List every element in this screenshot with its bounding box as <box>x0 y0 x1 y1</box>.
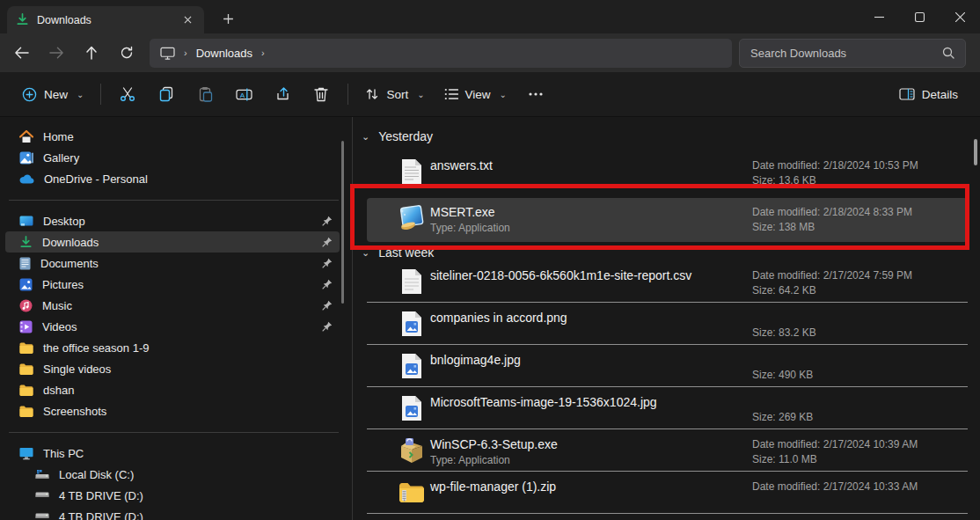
home-icon <box>19 130 33 143</box>
address-bar[interactable]: › Downloads › <box>150 39 732 68</box>
search-input[interactable]: Search Downloads <box>739 39 966 68</box>
file-date-modified: Date modified: 2/17/2024 7:59 PM <box>752 269 912 282</box>
tab-close-icon[interactable] <box>179 12 195 28</box>
sidebar-item-onedrive[interactable]: OneDrive - Personal <box>5 168 340 189</box>
sidebar-item-local-disk-c[interactable]: Local Disk (C:) <box>5 464 340 485</box>
sidebar-item-videos[interactable]: Videos <box>5 316 340 337</box>
close-button[interactable] <box>940 0 980 33</box>
file-name: siteliner-0218-0056-6k560k1m1e-site-repo… <box>430 268 691 282</box>
view-list-icon <box>444 88 458 100</box>
videos-icon <box>19 320 33 333</box>
chevron-down-icon: ⌄ <box>500 90 507 99</box>
window-titlebar: Downloads <box>0 0 980 33</box>
downloads-icon <box>19 236 33 249</box>
file-row-bnlogimag-jpg[interactable]: bnlogimag4e.jpg Size: 490 KB <box>353 345 980 387</box>
new-button[interactable]: New ⌄ <box>12 78 93 110</box>
sidebar-item-folder-office[interactable]: the office season 1-9 <box>5 337 340 358</box>
onedrive-cloud-icon <box>19 174 34 184</box>
file-size: Size: 13.6 KB <box>752 174 816 187</box>
sidebar-divider <box>0 189 352 210</box>
image-file-icon <box>399 307 425 341</box>
file-row-answers-txt[interactable]: answers.txt Date modified: 2/18/2024 10:… <box>353 150 980 196</box>
sidebar-item-documents[interactable]: Documents <box>5 253 340 274</box>
sidebar-item-drive-d1[interactable]: 4 TB DRIVE (D:) <box>5 485 340 506</box>
file-row-msert-exe[interactable]: MSERT.exe Type: Application Date modifie… <box>353 197 980 243</box>
drive-icon <box>35 492 49 499</box>
file-name: MicrosoftTeams-image-19-1536x1024.jpg <box>430 395 657 409</box>
file-row-companies-png[interactable]: companies in accord.png Size: 83.2 KB <box>353 303 980 345</box>
image-file-icon <box>399 349 425 383</box>
group-label: Last week <box>378 245 434 260</box>
refresh-button[interactable] <box>109 37 144 69</box>
sidebar-item-home[interactable]: Home <box>5 126 340 147</box>
file-row-winscp-exe[interactable]: WinSCP-6.3-Setup.exe Type: Application D… <box>353 429 980 472</box>
more-options-button[interactable] <box>516 78 555 110</box>
circle-plus-icon <box>22 87 37 102</box>
file-row-teams-image-jpg[interactable]: MicrosoftTeams-image-19-1536x1024.jpg Si… <box>353 387 980 429</box>
sidebar-item-label: Local Disk (C:) <box>59 468 134 481</box>
svg-text:A: A <box>240 91 245 99</box>
new-tab-button[interactable] <box>215 5 241 32</box>
chevron-down-icon: ⌄ <box>362 247 369 259</box>
file-row-siteliner-csv[interactable]: siteliner-0218-0056-6k560k1m1e-site-repo… <box>353 260 980 303</box>
pin-icon <box>322 258 333 268</box>
breadcrumb-downloads[interactable]: Downloads <box>196 47 252 60</box>
sidebar-scrollbar[interactable] <box>341 141 344 304</box>
view-button[interactable]: View ⌄ <box>435 78 516 110</box>
sidebar-item-folder-dshan[interactable]: dshan <box>5 379 340 400</box>
sidebar-item-label: OneDrive - Personal <box>44 172 148 186</box>
download-icon <box>16 13 29 26</box>
share-button[interactable] <box>263 78 302 110</box>
group-header-yesterday[interactable]: ⌄ Yesterday <box>353 128 980 145</box>
sidebar-item-label: This PC <box>43 447 84 460</box>
sidebar-item-downloads[interactable]: Downloads <box>5 231 340 253</box>
breadcrumb-chevron-icon[interactable]: › <box>261 48 265 58</box>
sidebar-item-label: dshan <box>43 384 74 397</box>
sidebar-item-drive-d2[interactable]: 4 TB DRIVE (D:) <box>5 506 340 520</box>
sidebar-item-gallery[interactable]: Gallery <box>5 147 340 168</box>
file-date-modified: Date modified: 2/18/2024 8:33 PM <box>752 206 912 218</box>
sidebar-item-label: Gallery <box>43 151 79 165</box>
sidebar-item-label: Downloads <box>42 236 99 249</box>
text-file-icon <box>399 265 425 298</box>
sidebar-item-folder-single-videos[interactable]: Single videos <box>5 358 340 379</box>
folder-icon <box>19 342 33 354</box>
maximize-button[interactable] <box>899 0 940 33</box>
group-header-last-week[interactable]: ⌄ Last week <box>353 245 980 260</box>
explorer-tab-downloads[interactable]: Downloads <box>7 6 204 33</box>
drive-icon <box>35 513 49 520</box>
sidebar-item-label: Pictures <box>42 278 84 291</box>
up-button[interactable] <box>74 37 109 69</box>
toolbar-separator <box>347 84 348 105</box>
delete-button[interactable] <box>302 78 340 110</box>
details-pane-button[interactable]: Details <box>889 78 968 110</box>
folder-icon <box>19 363 33 375</box>
file-type: Type: Application <box>430 454 510 466</box>
forward-button[interactable] <box>39 37 74 69</box>
paste-button[interactable] <box>186 78 224 110</box>
file-name: MSERT.exe <box>430 205 495 219</box>
file-list-pane: ⌄ Yesterday answers.txt Date modified: 2… <box>353 117 980 520</box>
drive-c-icon <box>35 469 49 480</box>
sidebar-item-music[interactable]: Music <box>5 295 340 316</box>
sort-button[interactable]: Sort ⌄ <box>355 78 434 110</box>
sidebar-item-label: Screenshots <box>43 405 106 418</box>
file-size: Size: 490 KB <box>752 369 813 381</box>
file-name: answers.txt <box>430 158 493 172</box>
file-list-scrollbar[interactable] <box>974 139 977 165</box>
sidebar-item-desktop[interactable]: Desktop <box>5 210 340 231</box>
file-row-wp-file-manager-zip[interactable]: wp-file-manager (1).zip Date modified: 2… <box>353 472 980 514</box>
window-controls <box>859 0 980 33</box>
rename-button[interactable]: A <box>224 78 263 110</box>
sidebar-item-this-pc[interactable]: This PC <box>5 443 340 464</box>
back-button[interactable] <box>4 37 39 69</box>
file-size: Size: 269 KB <box>752 411 813 423</box>
file-name: wp-file-manager (1).zip <box>430 480 556 494</box>
minimize-button[interactable] <box>859 0 899 33</box>
cut-button[interactable] <box>108 78 147 110</box>
sidebar-item-pictures[interactable]: Pictures <box>5 274 340 295</box>
documents-icon <box>19 257 31 270</box>
sidebar-item-folder-screenshots[interactable]: Screenshots <box>5 400 340 421</box>
sidebar-item-label: Desktop <box>43 215 85 228</box>
copy-button[interactable] <box>147 78 186 110</box>
